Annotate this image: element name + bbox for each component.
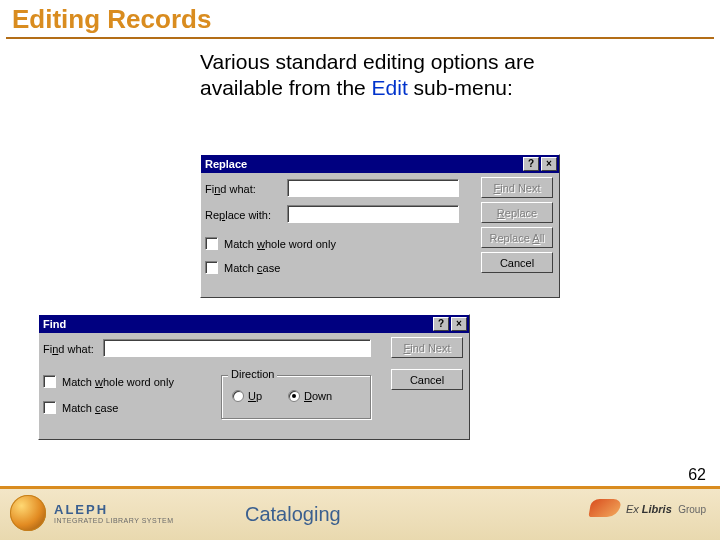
replace-all-button[interactable]: Replace All — [481, 227, 553, 248]
direction-down-radio[interactable]: Down — [288, 390, 332, 402]
checkbox-icon — [205, 237, 218, 250]
checkbox-icon — [43, 401, 56, 414]
match-case-checkbox[interactable]: Match case — [43, 401, 118, 414]
title-underline — [6, 37, 714, 39]
match-whole-word-checkbox[interactable]: Match whole word only — [205, 237, 336, 250]
page-number: 62 — [688, 466, 706, 484]
find-next-button[interactable]: Find Next — [391, 337, 463, 358]
body-text: Various standard editing options are ava… — [0, 49, 720, 102]
find-what-input[interactable] — [287, 179, 459, 197]
radio-icon — [288, 390, 300, 402]
direction-group: Direction Up Down — [221, 375, 371, 419]
replace-title: Replace — [205, 155, 521, 173]
aleph-subtitle: INTEGRATED LIBRARY SYSTEM — [54, 517, 173, 524]
find-dialog: Find ? × Find what: Match whole word onl… — [38, 314, 470, 440]
find-next-button[interactable]: Find Next — [481, 177, 553, 198]
aleph-orb-icon — [10, 495, 46, 531]
replace-titlebar[interactable]: Replace ? × — [201, 155, 559, 173]
match-case-checkbox[interactable]: Match case — [205, 261, 280, 274]
find-what-label: Find what: — [205, 183, 256, 195]
aleph-logo: ALEPH INTEGRATED LIBRARY SYSTEM — [10, 495, 173, 531]
exlibris-logo: Ex Libris Group — [590, 499, 706, 517]
help-icon[interactable]: ? — [433, 317, 449, 331]
checkbox-icon — [43, 375, 56, 388]
help-icon[interactable]: ? — [523, 157, 539, 171]
replace-with-label: Replace with: — [205, 209, 271, 221]
replace-with-input[interactable] — [287, 205, 459, 223]
find-what-label: Find what: — [43, 343, 94, 355]
footer-title: Cataloging — [245, 503, 341, 526]
edit-menu-link: Edit — [372, 76, 408, 99]
replace-dialog: Replace ? × Find what: Replace with: Mat… — [200, 154, 560, 298]
replace-button[interactable]: Replace — [481, 202, 553, 223]
match-whole-word-checkbox[interactable]: Match whole word only — [43, 375, 174, 388]
aleph-wordmark: ALEPH — [54, 502, 173, 517]
body-line2b: sub-menu: — [408, 76, 513, 99]
footer: ALEPH INTEGRATED LIBRARY SYSTEM Catalogi… — [0, 488, 720, 540]
checkbox-icon — [205, 261, 218, 274]
close-icon[interactable]: × — [451, 317, 467, 331]
slide-title: Editing Records — [0, 0, 720, 37]
cancel-button[interactable]: Cancel — [481, 252, 553, 273]
cancel-button[interactable]: Cancel — [391, 369, 463, 390]
direction-label: Direction — [228, 368, 277, 380]
radio-icon — [232, 390, 244, 402]
find-title: Find — [43, 315, 431, 333]
find-titlebar[interactable]: Find ? × — [39, 315, 469, 333]
body-line2a: available from the — [200, 76, 372, 99]
exlibris-swoosh-icon — [588, 499, 621, 517]
direction-up-radio[interactable]: Up — [232, 390, 262, 402]
body-line1: Various standard editing options are — [200, 50, 535, 73]
find-what-input[interactable] — [103, 339, 371, 357]
close-icon[interactable]: × — [541, 157, 557, 171]
